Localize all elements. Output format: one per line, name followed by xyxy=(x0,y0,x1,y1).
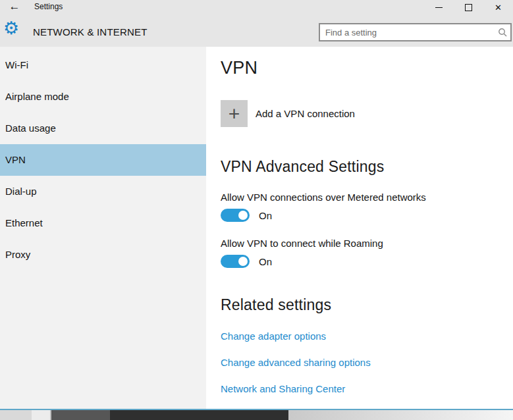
app-header: ⚙ NETWORK & INTERNET xyxy=(0,18,513,47)
search-icon[interactable] xyxy=(495,28,510,37)
page-header-title: NETWORK & INTERNET xyxy=(33,26,148,38)
metered-networks-toggle-row: On xyxy=(221,209,506,222)
add-vpn-label: Add a VPN connection xyxy=(256,108,355,119)
search-box xyxy=(319,23,512,41)
main-content: VPN + Add a VPN connection VPN Advanced … xyxy=(206,47,513,409)
minimize-button[interactable] xyxy=(424,0,454,14)
settings-window: ← Settings ✕ ⚙ NETWORK & INTERNET xyxy=(0,0,513,409)
sidebar-item-wifi[interactable]: Wi-Fi xyxy=(0,49,206,81)
maximize-icon xyxy=(465,4,472,11)
taskbar-fragment[interactable] xyxy=(0,410,513,420)
roaming-toggle-state: On xyxy=(259,256,272,267)
taskbar-segment xyxy=(110,410,288,420)
app-body: Wi-Fi Airplane mode Data usage VPN Dial-… xyxy=(0,47,513,409)
metered-networks-toggle-state: On xyxy=(259,210,272,221)
taskbar-segment xyxy=(0,410,32,420)
plus-icon: + xyxy=(221,100,248,127)
close-button[interactable]: ✕ xyxy=(483,0,513,14)
metered-networks-toggle-label: Allow VPN connections over Metered netwo… xyxy=(221,192,506,203)
link-network-and-sharing-center[interactable]: Network and Sharing Center xyxy=(221,382,506,395)
back-button[interactable]: ← xyxy=(7,0,22,14)
maximize-button[interactable] xyxy=(454,0,483,14)
roaming-toggle-row: On xyxy=(221,255,506,268)
sidebar-item-proxy[interactable]: Proxy xyxy=(0,239,206,271)
toggle-knob xyxy=(238,257,248,266)
taskbar-segment xyxy=(288,410,513,420)
page-title: VPN xyxy=(221,58,506,78)
close-icon: ✕ xyxy=(495,3,502,12)
sidebar-item-ethernet[interactable]: Ethernet xyxy=(0,207,206,239)
sidebar-item-airplane-mode[interactable]: Airplane mode xyxy=(0,81,206,113)
related-settings-heading: Related settings xyxy=(221,296,506,314)
roaming-toggle-label: Allow VPN to connect while Roaming xyxy=(221,238,506,249)
sidebar-item-dial-up[interactable]: Dial-up xyxy=(0,176,206,207)
link-change-adapter-options[interactable]: Change adapter options xyxy=(221,330,506,342)
related-links: Change adapter options Change advanced s… xyxy=(221,330,506,409)
metered-networks-toggle[interactable] xyxy=(221,209,250,222)
window-title: Settings xyxy=(34,2,63,11)
roaming-toggle[interactable] xyxy=(221,255,250,268)
sidebar: Wi-Fi Airplane mode Data usage VPN Dial-… xyxy=(0,47,206,409)
vpn-advanced-settings-heading: VPN Advanced Settings xyxy=(221,158,506,176)
sidebar-item-vpn[interactable]: VPN xyxy=(0,144,206,176)
sidebar-item-data-usage[interactable]: Data usage xyxy=(0,113,206,144)
gear-icon: ⚙ xyxy=(3,15,19,41)
link-change-advanced-sharing-options[interactable]: Change advanced sharing options xyxy=(221,356,506,369)
add-vpn-connection-button[interactable]: + Add a VPN connection xyxy=(221,100,506,127)
minimize-icon xyxy=(435,7,443,8)
taskbar-segment xyxy=(51,410,110,420)
search-input[interactable] xyxy=(320,28,495,38)
window-controls: ✕ xyxy=(424,0,513,14)
toggle-knob xyxy=(238,211,248,220)
taskbar-segment xyxy=(32,410,51,420)
titlebar: ← Settings ✕ xyxy=(0,0,513,18)
back-arrow-icon: ← xyxy=(9,0,20,13)
